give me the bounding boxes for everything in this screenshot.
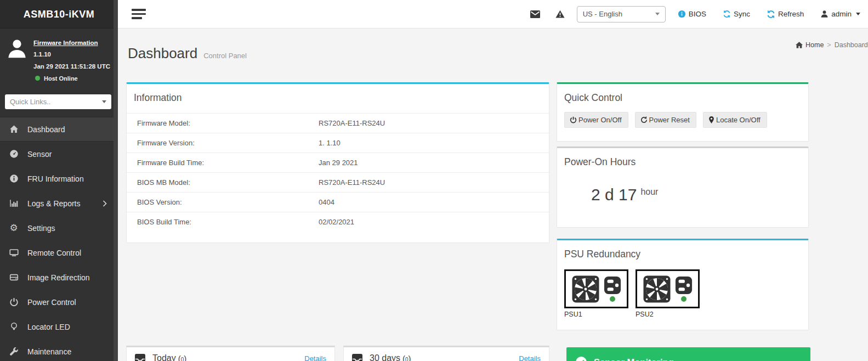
sidebar-item-settings[interactable]: ⚙ Settings [0, 216, 118, 240]
info-row-value: RS720A-E11-RS24U [319, 178, 385, 187]
user-info-block: Firmware Information 1.1.10 Jan 29 2021 … [0, 29, 118, 89]
username: admin [831, 10, 852, 18]
quick-links-select[interactable]: Quick Links.. [5, 94, 111, 109]
inbox-icon [352, 354, 362, 361]
sidebar-item-label: Maintenance [27, 347, 71, 356]
info-row-label: Firmware Build Time: [137, 159, 319, 167]
sidebar-item-remote-control[interactable]: Remote Control [0, 240, 118, 265]
info-row-value: Jan 29 2021 [319, 159, 358, 167]
language-select[interactable]: US - English [577, 6, 666, 22]
info-row-value: RS720A-E11-RS24U [319, 119, 385, 127]
locate-on-off-button[interactable]: Locate On/Off [703, 112, 767, 128]
table-row: Firmware Build Time: Jan 29 2021 [127, 153, 549, 172]
sync-icon [723, 10, 731, 18]
info-row-label: Firmware Version: [137, 139, 319, 147]
sidebar-item-dashboard[interactable]: Dashboard [0, 117, 118, 142]
page-subtitle: Control Panel [203, 52, 247, 60]
power-on-hours-value: 2 d 17hour [591, 185, 808, 204]
sidebar-item-locator-led[interactable]: Locator LED [0, 314, 118, 339]
host-online-status-dot [35, 76, 40, 81]
details-link[interactable]: Details [304, 354, 326, 361]
firmware-build-date: Jan 29 2021 11:51:28 UTC [33, 61, 110, 72]
events-30days-card: 30 days 0 Details [343, 346, 549, 361]
sidebar-item-fru-information[interactable]: FRU Information [0, 166, 118, 191]
home-icon [796, 42, 803, 48]
psu-unit: PSU2 [636, 269, 700, 318]
power-on-hours-panel: Power-On Hours 2 d 17hour [557, 146, 809, 228]
host-status: Host Online [33, 73, 110, 84]
sidebar-item-power-control[interactable]: Power Control [0, 290, 118, 314]
quick-links-placeholder: Quick Links.. [10, 98, 50, 106]
power-on-off-button[interactable]: Power On/Off [564, 112, 628, 128]
refresh-label: Refresh [778, 10, 804, 18]
page-header: Dashboard Control Panel [128, 45, 247, 62]
refresh-icon [767, 10, 775, 19]
sidebar-item-label: Remote Control [27, 249, 81, 257]
language-value: US - English [583, 10, 622, 18]
psu-label: PSU1 [564, 311, 628, 318]
sidebar-item-label: Dashboard [27, 125, 65, 134]
sensor-monitoring-title: Sensor Monitoring [594, 357, 674, 361]
table-row: BIOS Build Time: 02/02/2021 [127, 212, 549, 232]
sidebar-item-maintenance[interactable]: Maintenance [0, 339, 118, 361]
drive-icon [8, 273, 19, 282]
info-row-label: BIOS MB Model: [137, 178, 319, 187]
topbar: US - English BIOS Sync Refresh [118, 0, 868, 29]
firmware-version: 1.1.10 [33, 49, 110, 60]
page-title: Dashboard [128, 45, 197, 62]
home-icon [8, 125, 19, 134]
sidebar-item-label: Sensor [27, 150, 52, 159]
gauge-icon [8, 149, 19, 159]
psu-label: PSU2 [636, 311, 700, 318]
sidebar-item-logs-reports[interactable]: Logs & Reports [0, 191, 118, 216]
refresh-button[interactable]: Refresh [767, 10, 804, 19]
info-row-value: 1. 1.10 [319, 139, 341, 147]
event-card-label: 30 days [370, 353, 400, 361]
wrench-icon [8, 347, 19, 356]
psu-redundancy-title: PSU Redundancy [557, 240, 808, 260]
details-link[interactable]: Details [519, 354, 541, 361]
bios-button[interactable]: BIOS [678, 10, 706, 18]
sidebar-item-label: Locator LED [27, 323, 70, 331]
sensor-monitoring-panel[interactable]: Sensor Monitoring [566, 347, 810, 361]
breadcrumb-current: Dashboard [835, 41, 868, 49]
alert-icon[interactable] [555, 10, 565, 18]
info-row-value: 02/02/2021 [319, 218, 354, 226]
psu-icon[interactable] [636, 269, 700, 308]
power-reset-button[interactable]: Power Reset [635, 112, 696, 128]
firmware-information-link[interactable]: Firmware Information [33, 37, 98, 49]
psu-unit: PSU1 [564, 269, 628, 318]
user-menu[interactable]: admin [820, 10, 860, 18]
info-row-label: BIOS Build Time: [137, 218, 319, 226]
sidebar-item-label: Logs & Reports [27, 199, 81, 208]
info-row-label: Firmware Model: [137, 119, 319, 127]
bios-info-icon [678, 10, 686, 18]
information-panel: Information Firmware Model: RS720A-E11-R… [126, 82, 549, 243]
breadcrumb-home[interactable]: Home [796, 41, 824, 49]
events-today-card: Today 0 Details [126, 346, 335, 361]
reset-icon [640, 116, 648, 123]
sidebar-item-sensor[interactable]: Sensor [0, 142, 118, 166]
sidebar-item-label: Settings [27, 224, 55, 233]
psu-icon[interactable] [564, 269, 628, 308]
chevron-right-icon [103, 200, 107, 207]
psu-status-dot [681, 296, 687, 302]
app-root: ASMB10-iKVM Firmware Information 1.1.10 … [0, 0, 868, 361]
psu-status-dot [610, 296, 615, 302]
sidebar-item-image-redirection[interactable]: Image Redirection [0, 265, 118, 290]
monitor-icon [8, 248, 19, 257]
power-on-hours-title: Power-On Hours [557, 148, 808, 168]
mail-icon[interactable] [530, 10, 540, 18]
check-circle-icon [575, 356, 587, 361]
menu-toggle-button[interactable] [132, 9, 146, 19]
quick-control-title: Quick Control [557, 84, 808, 104]
sync-button[interactable]: Sync [723, 10, 750, 18]
app-title: ASMB10-iKVM [0, 0, 118, 29]
sidebar-scrollbar[interactable] [114, 0, 118, 361]
gear-icon: ⚙ [8, 223, 19, 233]
sidebar-item-label: FRU Information [27, 174, 84, 183]
event-count: 0 [402, 354, 411, 361]
caret-down-icon [102, 100, 106, 103]
bulb-icon [8, 322, 19, 331]
table-row: Firmware Version: 1. 1.10 [127, 133, 549, 153]
